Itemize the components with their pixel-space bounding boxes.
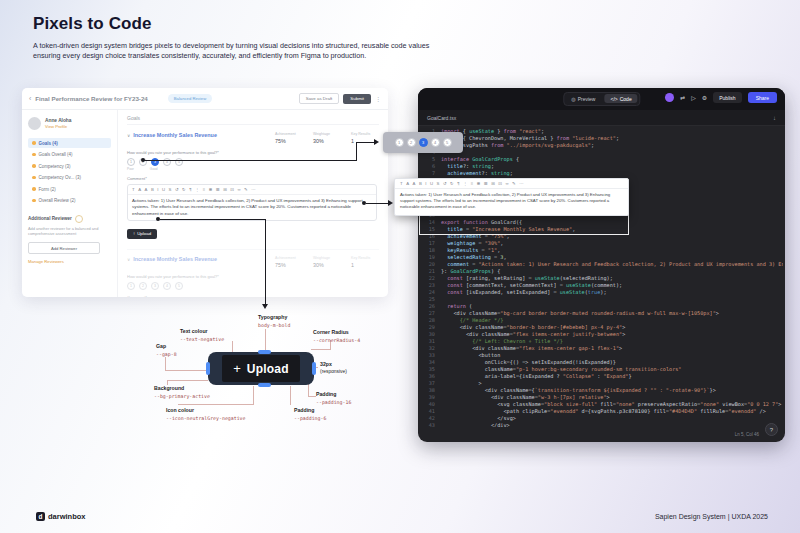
sidebar-item[interactable]: Goals (4) xyxy=(28,138,111,148)
file-tab[interactable]: GoalCard.tsx xyxy=(427,115,456,121)
rating-circle-5[interactable]: 5 xyxy=(175,158,183,166)
format-icon[interactable]: ⋯ xyxy=(519,181,523,186)
submit-button[interactable]: Submit xyxy=(343,94,371,104)
play-icon[interactable]: ▷ xyxy=(691,94,696,101)
format-icon[interactable]: ↺ xyxy=(175,187,179,192)
annotation-line xyxy=(290,386,291,405)
rating-circle-3[interactable]: 3 xyxy=(151,282,159,290)
rating-circle-1[interactable]: 1 xyxy=(127,282,135,290)
format-icon[interactable]: ¶ xyxy=(189,187,191,192)
format-icon[interactable]: ⊞ xyxy=(491,181,495,186)
format-icon[interactable]: ↻ xyxy=(182,187,186,192)
chevron-down-icon[interactable]: ∨ xyxy=(127,133,130,138)
rating-circle-3[interactable]: 3 xyxy=(151,158,159,166)
shuffle-icon[interactable]: ⇄ xyxy=(680,94,685,101)
format-icon[interactable]: ↻ xyxy=(450,181,454,186)
chevron-down-icon[interactable]: ∨ xyxy=(127,257,130,262)
publish-button[interactable]: Publish xyxy=(713,92,741,103)
format-icon[interactable]: S xyxy=(169,187,172,192)
rating-circle-4[interactable]: 4 xyxy=(163,158,171,166)
format-icon[interactable]: ⋯ xyxy=(251,187,255,192)
tab-preview[interactable]: ◎Preview xyxy=(565,94,601,103)
goal-title-link[interactable]: Increase Monthly Sales Revenue xyxy=(133,256,217,262)
format-icon[interactable]: ≡ xyxy=(471,181,474,186)
format-icon[interactable]: ☰ xyxy=(216,187,220,192)
footer-caption: Sapien Design System | UXDA 2025 xyxy=(655,513,768,520)
format-icon[interactable]: ≣ xyxy=(209,187,213,192)
format-icon[interactable]: ∞ xyxy=(505,181,508,186)
format-icon[interactable]: A xyxy=(138,187,141,192)
goal-title-link[interactable]: Increase Monthly Sales Revenue xyxy=(133,132,217,138)
code-area[interactable]: 1import { useState } from "react";2impor… xyxy=(424,128,783,427)
goal-metrics: Achievement75%Weightage30%Key Results1 xyxy=(275,256,373,268)
code-line: 17 weightage = "30%", xyxy=(424,240,783,247)
download-icon[interactable]: ↓ xyxy=(773,115,776,121)
sidebar-item[interactable]: Competency (3) xyxy=(28,161,111,171)
format-icon[interactable]: ☰ xyxy=(484,181,488,186)
sidebar-item[interactable]: Goals Overall (4) xyxy=(28,150,111,160)
comment-text[interactable]: Actions taken: 1) User Research and Feed… xyxy=(128,195,376,221)
code-line: 25 xyxy=(424,296,783,303)
spacing-handle-top[interactable] xyxy=(258,350,271,354)
format-icon[interactable]: ¶ xyxy=(457,181,459,186)
add-reviewer-button[interactable]: Add Reviewer xyxy=(28,242,100,254)
sidebar-item[interactable]: Form (2) xyxy=(28,184,111,194)
format-icon[interactable]: ⊞ xyxy=(223,187,227,192)
format-icon[interactable]: ⋮ xyxy=(195,187,199,192)
format-icon[interactable]: ⋮ xyxy=(463,181,467,186)
format-icon[interactable]: ≣ xyxy=(477,181,481,186)
format-icon[interactable]: B xyxy=(151,187,154,192)
tab-code[interactable]: </>Code xyxy=(604,94,637,103)
back-icon[interactable]: ‹ xyxy=(29,95,31,102)
spacing-handle-left[interactable] xyxy=(206,362,210,375)
format-icon[interactable]: ⊡ xyxy=(498,181,502,186)
rating-circle-1[interactable]: 1 xyxy=(127,158,135,166)
rating-circle-4[interactable]: 4 xyxy=(431,138,440,147)
format-icon[interactable]: ∞ xyxy=(237,187,240,192)
goal-metric: Key Results1 xyxy=(351,256,373,268)
rating-circle-2[interactable]: 2 xyxy=(139,282,147,290)
format-icon[interactable]: ✎ xyxy=(512,181,516,186)
code-line: 27 <div className="bg-card border border… xyxy=(424,310,783,317)
avatar[interactable] xyxy=(665,93,674,102)
rating-circle-2[interactable]: 2 xyxy=(407,138,416,147)
format-icon[interactable]: S xyxy=(437,181,440,186)
spacing-handle-bottom[interactable] xyxy=(258,383,271,387)
format-icon[interactable]: B xyxy=(419,181,422,186)
rating-circle-5[interactable]: 5 xyxy=(175,282,183,290)
format-icon[interactable]: A xyxy=(145,187,148,192)
review-status-badge[interactable]: Balanced Review xyxy=(168,94,212,103)
format-icon[interactable]: ⊡ xyxy=(230,187,234,192)
tab-goals[interactable]: Goals xyxy=(127,115,379,125)
save-draft-button[interactable]: Save as Draft xyxy=(299,93,340,104)
manage-reviewers-link[interactable]: Manage Reviewers xyxy=(28,259,111,264)
metric-label: Achievement xyxy=(275,256,297,260)
format-icon[interactable]: T xyxy=(400,181,403,186)
code-line: 2import { ChevronDown, MoreVertical } fr… xyxy=(424,135,783,142)
kebab-menu-icon[interactable]: ⋮ xyxy=(375,95,381,102)
sidebar-item[interactable]: Overall Review (2) xyxy=(28,196,111,206)
rating-circle-5[interactable]: 5 xyxy=(443,138,452,147)
format-icon[interactable]: ↺ xyxy=(443,181,447,186)
view-profile-link[interactable]: View Profile xyxy=(45,124,71,129)
rating-scale: 12345 xyxy=(127,158,379,166)
format-icon[interactable]: A xyxy=(406,181,409,186)
format-icon[interactable]: A xyxy=(413,181,416,186)
sidebar-item[interactable]: Competency Ov... (3) xyxy=(28,173,111,183)
gear-icon[interactable]: ⚙ xyxy=(702,94,707,101)
share-button[interactable]: Share xyxy=(748,92,777,103)
format-icon[interactable]: U xyxy=(430,181,433,186)
format-icon[interactable]: U xyxy=(162,187,165,192)
rating-circle-4[interactable]: 4 xyxy=(163,282,171,290)
format-icon[interactable]: I xyxy=(425,181,426,186)
help-button[interactable]: ? xyxy=(765,423,778,436)
comment-editor[interactable]: TAABIUS↺↻¶⋮≡≣☰⊞⊡∞✎⋯ Actions taken: 1) Us… xyxy=(127,184,377,222)
spacing-handle-right[interactable] xyxy=(312,362,316,375)
rating-circle-3[interactable]: 3 xyxy=(419,138,428,147)
format-icon[interactable]: I xyxy=(157,187,158,192)
format-icon[interactable]: T xyxy=(132,187,135,192)
upload-button[interactable]: ↑Upload xyxy=(127,229,157,239)
format-icon[interactable]: ≡ xyxy=(203,187,206,192)
format-icon[interactable]: ✎ xyxy=(244,187,248,192)
rating-circle-1[interactable]: 1 xyxy=(395,138,404,147)
